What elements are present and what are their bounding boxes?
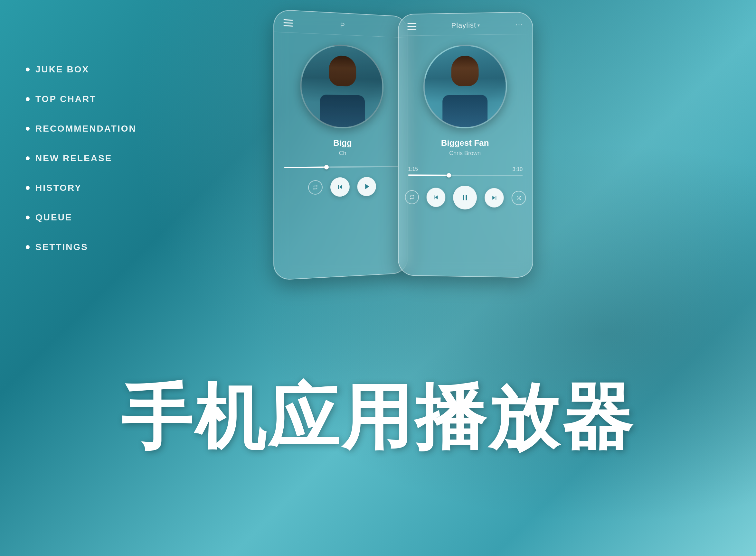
sidebar-label-settings: SETTINGS bbox=[35, 242, 88, 252]
shuffle-button-right[interactable] bbox=[512, 191, 526, 205]
play-button-left[interactable] bbox=[357, 177, 376, 196]
prev-button-left[interactable] bbox=[330, 177, 350, 197]
pause-button-right[interactable] bbox=[453, 186, 476, 210]
album-art-circle-left bbox=[300, 43, 384, 129]
progress-fill-right bbox=[408, 174, 449, 176]
album-art-container-right bbox=[399, 34, 532, 135]
sidebar-dot bbox=[26, 97, 30, 101]
person-head-left bbox=[329, 55, 356, 86]
progress-section-right: 1:15 3:10 bbox=[399, 160, 532, 179]
repeat-button-right[interactable] bbox=[405, 190, 419, 204]
sidebar-label-new-release: NEW RELEASE bbox=[35, 153, 112, 164]
time-current-right: 1:15 bbox=[408, 166, 418, 172]
shuffle-icon-right bbox=[516, 195, 522, 201]
phones-container: P Bigg Ch bbox=[275, 13, 532, 277]
phone-right: Playlist ▾ ··· Biggest Fan Chris Brown 1… bbox=[398, 11, 533, 278]
playback-controls-left bbox=[274, 170, 407, 208]
progress-thumb-left bbox=[324, 165, 329, 169]
person-silhouette-left bbox=[302, 44, 383, 128]
playlist-dropdown-arrow[interactable]: ▾ bbox=[478, 23, 480, 28]
sidebar-dot bbox=[26, 68, 30, 71]
song-artist-left: Ch bbox=[281, 150, 401, 157]
prev-icon-right bbox=[432, 194, 440, 201]
prev-button-right[interactable] bbox=[426, 187, 445, 207]
person-body-left bbox=[320, 95, 365, 128]
repeat-button-left[interactable] bbox=[308, 180, 323, 195]
sidebar-item-top-chart[interactable]: TOP CHART bbox=[26, 94, 136, 104]
song-info-left: Bigg Ch bbox=[274, 135, 407, 160]
person-body-right bbox=[442, 95, 488, 128]
progress-thumb-right bbox=[447, 173, 451, 178]
sidebar-label-recommendation: RECOMMENDATION bbox=[35, 124, 136, 134]
sidebar-label-history: HISTORY bbox=[35, 183, 82, 193]
progress-track-left[interactable] bbox=[284, 166, 398, 168]
phone-right-header: Playlist ▾ ··· bbox=[399, 12, 532, 36]
album-art-circle-right bbox=[423, 44, 507, 128]
song-info-right: Biggest Fan Chris Brown bbox=[399, 135, 532, 160]
sidebar-label-queue: QUEUE bbox=[35, 212, 72, 223]
sidebar-item-recommendation[interactable]: RECOMMENDATION bbox=[26, 124, 136, 134]
progress-section-left bbox=[274, 160, 407, 172]
sidebar-dot bbox=[26, 245, 30, 249]
sidebar-dot bbox=[26, 216, 30, 219]
main-title: 手机应用播放器 bbox=[0, 370, 756, 466]
song-title-right: Biggest Fan bbox=[405, 138, 526, 148]
header-title-group: Playlist ▾ bbox=[451, 21, 480, 30]
sidebar-nav: JUKE BOX TOP CHART RECOMMENDATION NEW RE… bbox=[26, 64, 136, 272]
prev-icon-left bbox=[336, 183, 344, 191]
sidebar-item-queue[interactable]: QUEUE bbox=[26, 212, 136, 223]
sidebar-dot bbox=[26, 157, 30, 160]
sidebar-dot bbox=[26, 127, 30, 131]
hamburger-icon-left[interactable] bbox=[284, 19, 293, 26]
progress-track-right[interactable] bbox=[408, 174, 523, 176]
next-icon-right bbox=[490, 194, 498, 202]
sidebar-item-settings[interactable]: SETTINGS bbox=[26, 242, 136, 252]
time-labels-right: 1:15 3:10 bbox=[408, 166, 523, 172]
song-title-left: Bigg bbox=[281, 138, 401, 148]
more-options-icon[interactable]: ··· bbox=[516, 20, 524, 29]
sidebar-item-juke-box[interactable]: JUKE BOX bbox=[26, 64, 136, 75]
sidebar-label-juke-box: JUKE BOX bbox=[35, 64, 89, 75]
playback-controls-right bbox=[399, 179, 532, 220]
sidebar-item-history[interactable]: HISTORY bbox=[26, 183, 136, 193]
album-art-container-left bbox=[274, 32, 407, 135]
phone-left-title: P bbox=[340, 21, 345, 30]
phone-right-title: Playlist bbox=[451, 21, 476, 30]
hamburger-icon-right[interactable] bbox=[407, 23, 417, 30]
next-button-right[interactable] bbox=[485, 188, 504, 208]
progress-fill-left bbox=[284, 166, 327, 168]
play-icon-left bbox=[362, 182, 371, 191]
time-total-right: 3:10 bbox=[513, 166, 523, 172]
person-silhouette-right bbox=[425, 45, 506, 127]
repeat-icon-left bbox=[312, 184, 318, 190]
song-artist-right: Chris Brown bbox=[405, 150, 526, 157]
sidebar-item-new-release[interactable]: NEW RELEASE bbox=[26, 153, 136, 164]
repeat-icon-right bbox=[409, 194, 415, 200]
sidebar-dot bbox=[26, 186, 30, 190]
pause-icon-right bbox=[460, 193, 469, 202]
person-head-right bbox=[451, 55, 479, 86]
sidebar-label-top-chart: TOP CHART bbox=[35, 94, 96, 104]
phone-left: P Bigg Ch bbox=[273, 9, 408, 280]
